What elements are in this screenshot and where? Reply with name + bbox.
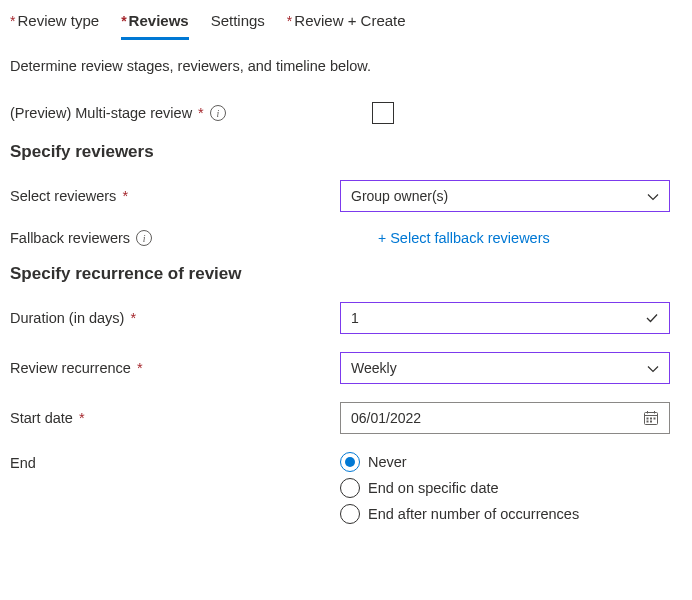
duration-row: Duration (in days) * 1: [10, 302, 682, 334]
chevron-down-icon: [647, 190, 659, 202]
section-specify-reviewers: Specify reviewers: [10, 142, 682, 162]
required-asterisk: *: [137, 360, 143, 376]
radio-icon: [340, 452, 360, 472]
required-asterisk: *: [198, 105, 204, 121]
multi-stage-label: (Preview) Multi-stage review: [10, 105, 192, 121]
end-label-group: End: [10, 452, 340, 471]
tab-review-type[interactable]: *Review type: [10, 8, 99, 40]
fallback-reviewers-row: Fallback reviewers i + Select fallback r…: [10, 230, 682, 246]
start-date-picker[interactable]: 06/01/2022: [340, 402, 670, 434]
multi-stage-checkbox[interactable]: [372, 102, 394, 124]
radio-icon: [340, 504, 360, 524]
svg-rect-7: [647, 421, 649, 423]
required-asterisk: *: [287, 13, 292, 29]
end-radio-never[interactable]: Never: [340, 452, 670, 472]
info-icon[interactable]: i: [210, 105, 226, 121]
start-date-row: Start date * 06/01/2022: [10, 402, 682, 434]
start-date-label-group: Start date *: [10, 410, 340, 426]
multi-stage-row: (Preview) Multi-stage review * i: [10, 102, 682, 124]
chevron-down-icon: [647, 362, 659, 374]
tab-label: Review + Create: [294, 12, 405, 29]
svg-rect-5: [650, 418, 652, 420]
start-date-label: Start date: [10, 410, 73, 426]
end-row: End Never End on specific date End after…: [10, 452, 682, 524]
required-asterisk: *: [130, 310, 136, 326]
tab-bar: *Review type *Reviews Settings *Review +…: [10, 8, 682, 40]
end-radio-never-label: Never: [368, 454, 407, 470]
tab-label: Reviews: [129, 12, 189, 29]
tab-settings[interactable]: Settings: [211, 8, 265, 40]
multi-stage-label-group: (Preview) Multi-stage review * i: [10, 105, 340, 121]
duration-combobox[interactable]: 1: [340, 302, 670, 334]
end-radio-occurrences-label: End after number of occurrences: [368, 506, 579, 522]
svg-rect-8: [650, 421, 652, 423]
select-reviewers-value: Group owner(s): [351, 188, 448, 204]
duration-value: 1: [351, 310, 359, 326]
tab-label: Settings: [211, 12, 265, 29]
start-date-value: 06/01/2022: [351, 410, 421, 426]
end-radio-group: Never End on specific date End after num…: [340, 452, 670, 524]
recurrence-label-group: Review recurrence *: [10, 360, 340, 376]
svg-rect-4: [647, 418, 649, 420]
duration-label-group: Duration (in days) *: [10, 310, 340, 326]
end-radio-specific-date-label: End on specific date: [368, 480, 499, 496]
recurrence-label: Review recurrence: [10, 360, 131, 376]
select-reviewers-row: Select reviewers * Group owner(s): [10, 180, 682, 212]
required-asterisk: *: [10, 13, 15, 29]
tab-reviews[interactable]: *Reviews: [121, 8, 189, 40]
section-specify-recurrence: Specify recurrence of review: [10, 264, 682, 284]
select-reviewers-label: Select reviewers: [10, 188, 116, 204]
fallback-reviewers-label-group: Fallback reviewers i: [10, 230, 340, 246]
select-fallback-reviewers-link[interactable]: + Select fallback reviewers: [340, 230, 550, 246]
duration-label: Duration (in days): [10, 310, 124, 326]
required-asterisk: *: [122, 188, 128, 204]
info-icon[interactable]: i: [136, 230, 152, 246]
fallback-reviewers-label: Fallback reviewers: [10, 230, 130, 246]
recurrence-row: Review recurrence * Weekly: [10, 352, 682, 384]
radio-icon: [340, 478, 360, 498]
end-radio-specific-date[interactable]: End on specific date: [340, 478, 670, 498]
page-subtitle: Determine review stages, reviewers, and …: [10, 58, 682, 74]
fallback-reviewers-link-text: Select fallback reviewers: [390, 230, 550, 246]
tab-review-create[interactable]: *Review + Create: [287, 8, 406, 40]
tab-label: Review type: [17, 12, 99, 29]
calendar-icon: [643, 410, 659, 426]
svg-rect-6: [654, 418, 656, 420]
plus-icon: +: [378, 230, 386, 246]
end-label: End: [10, 455, 36, 471]
select-reviewers-label-group: Select reviewers *: [10, 188, 340, 204]
select-reviewers-dropdown[interactable]: Group owner(s): [340, 180, 670, 212]
end-radio-occurrences[interactable]: End after number of occurrences: [340, 504, 670, 524]
required-asterisk: *: [121, 13, 126, 29]
check-icon: [645, 311, 659, 325]
recurrence-value: Weekly: [351, 360, 397, 376]
recurrence-dropdown[interactable]: Weekly: [340, 352, 670, 384]
required-asterisk: *: [79, 410, 85, 426]
